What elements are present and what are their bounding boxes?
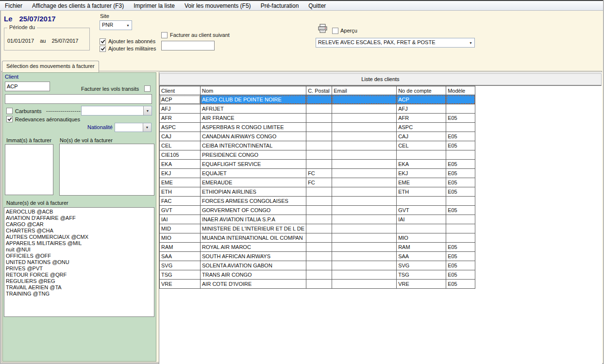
militaires-checkbox[interactable] — [100, 46, 106, 52]
column-header[interactable]: Nom — [201, 86, 306, 95]
table-cell[interactable] — [446, 104, 475, 114]
table-cell[interactable]: GVT — [160, 206, 201, 215]
table-cell[interactable]: CEL — [160, 141, 201, 150]
table-cell[interactable] — [332, 280, 397, 289]
table-row[interactable]: CELCEIBA INTERCONTINENTALCELE05 — [160, 141, 475, 150]
table-cell[interactable]: GORVERMENT OF CONGO — [201, 206, 306, 215]
nature-list-item[interactable]: UNITED NATIONS @ONU — [4, 259, 154, 265]
table-cell[interactable] — [446, 150, 475, 160]
table-cell[interactable] — [306, 132, 332, 141]
table-cell[interactable]: E05 — [446, 261, 475, 270]
table-cell[interactable] — [332, 252, 397, 261]
table-cell[interactable]: ETH — [160, 187, 201, 197]
site-combobox[interactable]: PNR ▼ — [100, 20, 132, 30]
table-row[interactable]: IAIINAER AVIATION ITALIA S.P.AIAI — [160, 215, 475, 224]
table-cell[interactable] — [306, 252, 332, 261]
table-row[interactable]: FACFORCES ARMEES CONGOLAISES — [160, 197, 475, 206]
table-cell[interactable] — [306, 280, 332, 289]
table-cell[interactable] — [306, 95, 332, 104]
table-row[interactable]: EKAEQUAFLIGHT SERVICEEKAE05 — [160, 160, 475, 169]
table-cell[interactable]: VRE — [397, 280, 446, 289]
table-cell[interactable]: EKJ — [397, 169, 446, 178]
table-cell[interactable]: IAI — [160, 215, 201, 224]
nature-list-item[interactable]: AEROCLUB @ACB — [4, 209, 154, 215]
table-cell[interactable] — [306, 224, 332, 233]
menu-item[interactable]: Voir les mouvements (F5) — [180, 1, 256, 10]
carburants-checkbox[interactable] — [6, 108, 13, 114]
table-cell[interactable] — [446, 224, 475, 233]
table-cell[interactable]: E05 — [446, 141, 475, 150]
table-cell[interactable]: TSG — [160, 270, 201, 280]
table-cell[interactable]: CEIBA INTERCONTINENTAL — [201, 141, 306, 150]
table-cell[interactable]: AFJ — [397, 104, 446, 114]
table-cell[interactable]: CIE105 — [160, 150, 201, 160]
table-cell[interactable]: SOLENTA AVIATION GABON — [201, 261, 306, 270]
table-cell[interactable] — [332, 123, 397, 132]
table-cell[interactable]: ROYAL AIR MAROC — [201, 243, 306, 252]
table-cell[interactable]: ETH — [397, 187, 446, 197]
table-cell[interactable]: SVG — [397, 261, 446, 270]
table-cell[interactable]: EMERAUDE — [201, 178, 306, 187]
nature-list-item[interactable]: TRAINING @TNG — [4, 291, 154, 297]
table-row[interactable]: VREAIR COTE D'IVOIREVREE05 — [160, 280, 475, 289]
column-header[interactable]: Modèle — [446, 86, 475, 95]
nature-list-item[interactable]: RETOUR FORCE @QRF — [4, 272, 154, 278]
table-cell[interactable] — [306, 150, 332, 160]
table-cell[interactable]: ASPERBRAS R CONGO LIMITEE — [201, 123, 306, 132]
table-cell[interactable]: AIR COTE D'IVOIRE — [201, 280, 306, 289]
table-cell[interactable] — [332, 215, 397, 224]
table-cell[interactable]: AFJ — [160, 104, 201, 114]
print-button[interactable] — [318, 24, 328, 33]
table-cell[interactable] — [332, 141, 397, 150]
table-cell[interactable] — [306, 114, 332, 123]
table-cell[interactable]: MIO — [397, 233, 446, 243]
abonnes-checkbox[interactable] — [100, 38, 106, 45]
table-cell[interactable] — [332, 95, 397, 104]
table-row[interactable]: EKJEQUAJETFCEKJE05 — [160, 169, 475, 178]
client-code-input[interactable] — [5, 82, 50, 91]
table-cell[interactable]: E05 — [446, 280, 475, 289]
table-cell[interactable] — [306, 197, 332, 206]
table-cell[interactable] — [306, 123, 332, 132]
table-cell[interactable]: EKJ — [160, 169, 201, 178]
nature-list-item[interactable]: CHARTERS @CHA — [4, 228, 154, 234]
table-cell[interactable]: ACP — [160, 95, 201, 104]
table-cell[interactable]: E05 — [446, 132, 475, 141]
table-cell[interactable]: TSG — [397, 270, 446, 280]
table-cell[interactable]: E05 — [446, 169, 475, 178]
table-cell[interactable]: PRESIDENCE CONGO — [201, 150, 306, 160]
fuel-combobox[interactable]: ▼ — [81, 106, 152, 116]
table-row[interactable]: AFRAIR FRANCEAFRE05 — [160, 114, 475, 123]
nature-list-item[interactable]: OFFICIELS @OFF — [4, 253, 154, 259]
table-cell[interactable]: ASPC — [160, 123, 201, 132]
table-cell[interactable] — [332, 233, 397, 243]
nature-list-item[interactable]: CARGO @CAR — [4, 221, 154, 228]
table-row[interactable]: MIDMINISTERE DE L'INTERIEUR ET DE L DE — [160, 224, 475, 233]
table-cell[interactable]: E05 — [446, 206, 475, 215]
table-cell[interactable]: MUANDA INTERNATIONAL OIL COMPAN — [201, 233, 306, 243]
table-cell[interactable]: ACP — [397, 95, 446, 104]
nature-list-item[interactable]: REGULIERS @REG — [4, 278, 154, 284]
table-row[interactable]: MIOMUANDA INTERNATIONAL OIL COMPANMIO — [160, 233, 475, 243]
table-cell[interactable] — [332, 104, 397, 114]
table-cell[interactable]: MID — [160, 224, 201, 233]
table-cell[interactable]: AIR FRANCE — [201, 114, 306, 123]
table-cell[interactable] — [332, 270, 397, 280]
table-cell[interactable]: AERO CLUB DE POINTE NOIRE — [201, 95, 306, 104]
table-cell[interactable]: E05 — [446, 187, 475, 197]
table-row[interactable]: RAMROYAL AIR MAROCRAME05 — [160, 243, 475, 252]
table-row[interactable]: TSGTRANS AIR CONGOTSGE05 — [160, 270, 475, 280]
table-cell[interactable]: E05 — [446, 178, 475, 187]
table-cell[interactable] — [332, 160, 397, 169]
column-header[interactable]: Email — [332, 86, 397, 95]
table-row[interactable]: CAJCANADIAN AIRWAYS CONGOCAJE05 — [160, 132, 475, 141]
nature-list-item[interactable]: AUTRES COMMERCIAUX @CMX — [4, 234, 154, 240]
table-row[interactable]: SAASOUTH AFRICAN AIRWAYSSAAE05 — [160, 252, 475, 261]
table-row[interactable]: GVTGORVERMENT OF CONGOGVTE05 — [160, 206, 475, 215]
transits-checkbox[interactable] — [144, 85, 151, 92]
table-cell[interactable] — [332, 206, 397, 215]
redevances-checkbox[interactable] — [6, 116, 13, 122]
table-cell[interactable]: AFR — [397, 114, 446, 123]
nationalite-combobox[interactable]: ▼ — [115, 123, 151, 132]
nature-list-item[interactable]: APPAREILS MILITAIRES @MIL — [4, 240, 154, 247]
